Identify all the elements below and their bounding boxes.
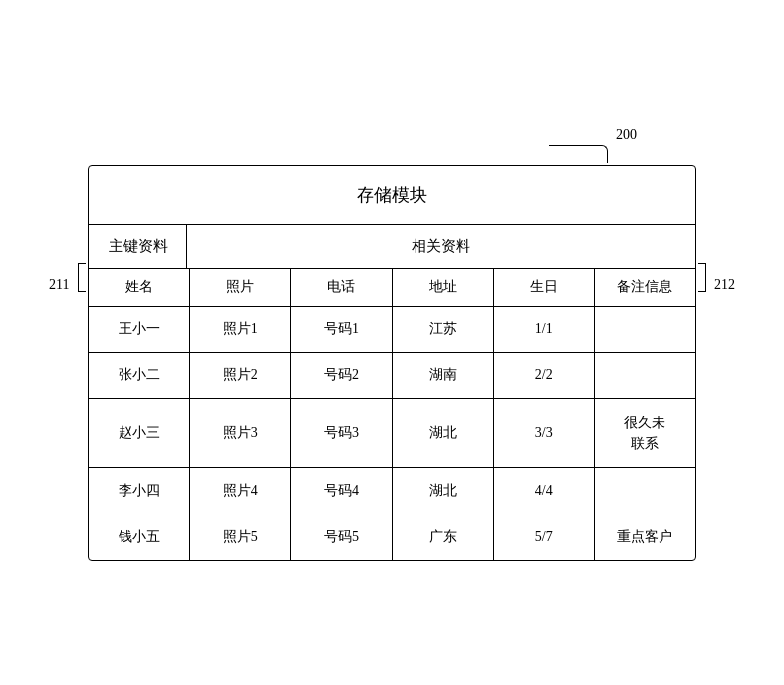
module-title: 存储模块 [89, 166, 695, 225]
col-header-photo: 照片 [190, 269, 291, 306]
table-cell: 江苏 [393, 307, 494, 352]
data-rows-container: 王小一照片1号码1江苏1/1张小二照片2号码2湖南2/2赵小三照片3号码3湖北3… [89, 307, 695, 560]
table-cell: 照片4 [190, 468, 291, 514]
label-200: 200 [616, 127, 637, 143]
table-row: 赵小三照片3号码3湖北3/3很久未 联系 [89, 399, 695, 468]
diagram-container: 200 211 212 存储模块 主键资料 相关资料 姓名 照片 电话 地址 生… [88, 165, 696, 561]
table-row: 李小四照片4号码4湖北4/4 [89, 468, 695, 514]
table-cell: 湖南 [393, 353, 494, 398]
table-cell: 号码1 [291, 307, 392, 352]
table-cell: 照片3 [190, 399, 291, 467]
col-header-phone: 电话 [291, 269, 392, 306]
label-211: 211 [49, 277, 69, 293]
table-cell: 4/4 [494, 468, 595, 514]
label-200-line [549, 145, 608, 163]
table-cell [595, 468, 695, 514]
col-header-birthday: 生日 [494, 269, 595, 306]
bracket-right [698, 263, 706, 292]
table-cell: 3/3 [494, 399, 595, 467]
related-label: 相关资料 [187, 225, 695, 268]
table-cell: 赵小三 [89, 399, 190, 467]
storage-module-box: 存储模块 主键资料 相关资料 姓名 照片 电话 地址 生日 备注信息 王小一照片… [88, 165, 696, 561]
col-header-notes: 备注信息 [595, 269, 695, 306]
table-cell: 李小四 [89, 468, 190, 514]
table-cell: 广东 [393, 514, 494, 560]
table-row: 钱小五照片5号码5广东5/7重点客户 [89, 514, 695, 560]
table-cell: 重点客户 [595, 514, 695, 560]
col-header-address: 地址 [393, 269, 494, 306]
table-row: 张小二照片2号码2湖南2/2 [89, 353, 695, 399]
primary-key-label: 主键资料 [89, 225, 187, 268]
table-cell: 5/7 [494, 514, 595, 560]
table-cell: 号码2 [291, 353, 392, 398]
table-cell: 号码5 [291, 514, 392, 560]
table-cell: 照片5 [190, 514, 291, 560]
column-headers-row: 姓名 照片 电话 地址 生日 备注信息 [89, 269, 695, 307]
table-cell: 号码4 [291, 468, 392, 514]
table-cell [595, 353, 695, 398]
table-cell: 张小二 [89, 353, 190, 398]
table-cell [595, 307, 695, 352]
table-cell: 照片2 [190, 353, 291, 398]
table-cell: 2/2 [494, 353, 595, 398]
table-cell: 钱小五 [89, 514, 190, 560]
bracket-left [78, 263, 86, 292]
table-row: 王小一照片1号码1江苏1/1 [89, 307, 695, 353]
table-cell: 王小一 [89, 307, 190, 352]
table-cell: 湖北 [393, 468, 494, 514]
sub-header-row: 主键资料 相关资料 [89, 225, 695, 269]
table-cell: 湖北 [393, 399, 494, 467]
table-cell: 很久未 联系 [595, 399, 695, 467]
col-header-name: 姓名 [89, 269, 190, 306]
table-cell: 1/1 [494, 307, 595, 352]
table-cell: 号码3 [291, 399, 392, 467]
label-212: 212 [714, 277, 735, 293]
table-cell: 照片1 [190, 307, 291, 352]
